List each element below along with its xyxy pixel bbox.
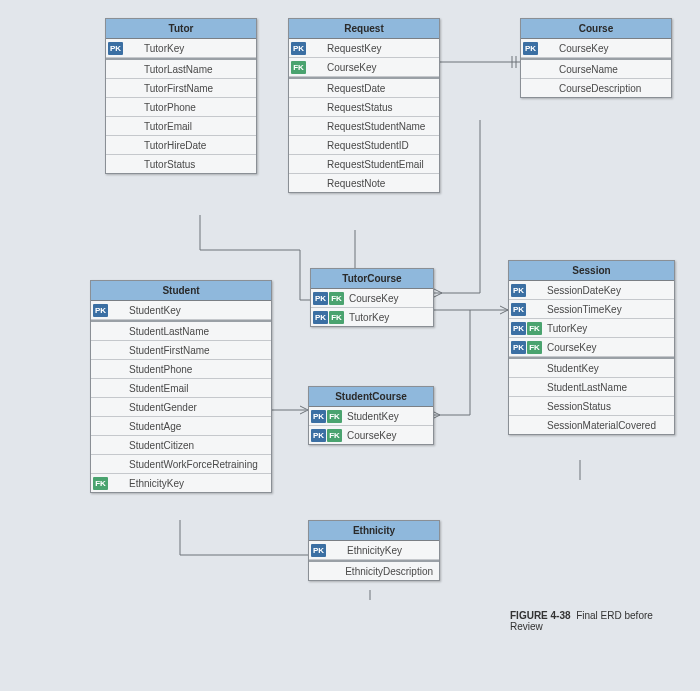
- field-row: StudentKey: [509, 359, 674, 378]
- entity-session: Session PKSessionDateKeyPKSessionTimeKey…: [508, 260, 675, 435]
- field-name: EthnicityKey: [345, 542, 408, 559]
- fk-badge: FK: [527, 341, 542, 354]
- field-name: StudentKey: [345, 408, 405, 425]
- field-name: CourseKey: [347, 290, 404, 307]
- field-row: PKFKCourseKey: [311, 289, 433, 308]
- field-row: PKFKStudentKey: [309, 407, 433, 426]
- field-name: StudentGender: [127, 399, 203, 416]
- field-row: SessionMaterialCovered: [509, 416, 674, 434]
- field-name: RequestStudentEmail: [325, 156, 430, 173]
- pk-badge: PK: [511, 322, 526, 335]
- field-row: PKFKTutorKey: [509, 319, 674, 338]
- pk-badge: PK: [313, 311, 328, 324]
- key-indicator: PK: [521, 42, 557, 55]
- field-row: TutorLastName: [106, 60, 256, 79]
- entity-body: PKFKCourseKeyPKFKTutorKey: [311, 289, 433, 326]
- field-name: RequestStatus: [325, 99, 399, 116]
- field-row: PKFKCourseKey: [509, 338, 674, 357]
- field-name: RequestNote: [325, 175, 391, 192]
- field-name: StudentAge: [127, 418, 187, 435]
- pk-badge: PK: [291, 42, 306, 55]
- field-row: StudentWorkForceRetraining: [91, 455, 271, 474]
- field-name: StudentLastName: [545, 379, 633, 396]
- field-name: CourseKey: [345, 427, 402, 444]
- field-row: FKEthnicityKey: [91, 474, 271, 492]
- erd-canvas: Tutor PKTutorKeyTutorLastNameTutorFirstN…: [0, 0, 700, 691]
- field-name: RequestStudentName: [325, 118, 431, 135]
- entity-title: Session: [509, 261, 674, 281]
- field-row: StudentEmail: [91, 379, 271, 398]
- field-name: StudentEmail: [127, 380, 194, 397]
- field-name: TutorFirstName: [142, 80, 219, 97]
- fk-badge: FK: [329, 292, 344, 305]
- entity-title: TutorCourse: [311, 269, 433, 289]
- pk-badge: PK: [93, 304, 108, 317]
- field-row: RequestStatus: [289, 98, 439, 117]
- field-name: SessionStatus: [545, 398, 617, 415]
- field-name: TutorKey: [347, 309, 395, 326]
- key-indicator: PKFK: [509, 322, 545, 335]
- field-name: TutorLastName: [142, 61, 219, 78]
- entity-body: PKSessionDateKeyPKSessionTimeKeyPKFKTuto…: [509, 281, 674, 434]
- field-name: TutorKey: [142, 40, 190, 57]
- field-name: StudentFirstName: [127, 342, 216, 359]
- pk-badge: PK: [511, 303, 526, 316]
- field-row: StudentFirstName: [91, 341, 271, 360]
- pk-badge: PK: [311, 410, 326, 423]
- entity-title: Course: [521, 19, 671, 39]
- field-row: PKFKCourseKey: [309, 426, 433, 444]
- field-row: TutorHireDate: [106, 136, 256, 155]
- key-indicator: PKFK: [309, 429, 345, 442]
- entity-ethnicity: Ethnicity PKEthnicityKeyEthnicityDescrip…: [308, 520, 440, 581]
- field-name: CourseDescription: [557, 80, 647, 97]
- field-name: RequestDate: [325, 80, 391, 97]
- field-name: TutorHireDate: [142, 137, 212, 154]
- pk-badge: PK: [511, 341, 526, 354]
- pk-badge: PK: [511, 284, 526, 297]
- key-indicator: PK: [509, 284, 545, 297]
- entity-tutor: Tutor PKTutorKeyTutorLastNameTutorFirstN…: [105, 18, 257, 174]
- field-row: CourseDescription: [521, 79, 671, 97]
- entity-studentcourse: StudentCourse PKFKStudentKeyPKFKCourseKe…: [308, 386, 434, 445]
- field-row: RequestNote: [289, 174, 439, 192]
- field-name: SessionTimeKey: [545, 301, 628, 318]
- fk-badge: FK: [327, 410, 342, 423]
- key-indicator: FK: [289, 61, 325, 74]
- pk-badge: PK: [311, 544, 326, 557]
- field-name: EthnicityKey: [127, 475, 190, 492]
- fk-badge: FK: [327, 429, 342, 442]
- field-row: TutorEmail: [106, 117, 256, 136]
- field-row: StudentLastName: [91, 322, 271, 341]
- entity-body: PKCourseKeyCourseNameCourseDescription: [521, 39, 671, 97]
- field-name: RequestKey: [325, 40, 387, 57]
- entity-body: PKStudentKeyStudentLastNameStudentFirstN…: [91, 301, 271, 492]
- field-name: StudentKey: [127, 302, 187, 319]
- field-name: EthnicityDescription: [343, 563, 439, 580]
- field-row: PKTutorKey: [106, 39, 256, 58]
- entity-body: PKEthnicityKeyEthnicityDescription: [309, 541, 439, 580]
- key-indicator: PK: [289, 42, 325, 55]
- entity-title: Ethnicity: [309, 521, 439, 541]
- key-indicator: PK: [91, 304, 127, 317]
- field-name: StudentCitizen: [127, 437, 200, 454]
- key-indicator: PK: [309, 544, 345, 557]
- field-row: FKCourseKey: [289, 58, 439, 77]
- field-name: StudentPhone: [127, 361, 198, 378]
- field-row: TutorStatus: [106, 155, 256, 173]
- key-indicator: PKFK: [311, 292, 347, 305]
- field-row: RequestStudentName: [289, 117, 439, 136]
- pk-badge: PK: [523, 42, 538, 55]
- field-name: StudentKey: [545, 360, 605, 377]
- field-row: RequestDate: [289, 79, 439, 98]
- field-name: StudentWorkForceRetraining: [127, 456, 264, 473]
- field-name: TutorStatus: [142, 156, 201, 173]
- field-row: StudentAge: [91, 417, 271, 436]
- field-name: RequestStudentID: [325, 137, 415, 154]
- field-name: TutorKey: [545, 320, 593, 337]
- fk-badge: FK: [329, 311, 344, 324]
- field-row: RequestStudentID: [289, 136, 439, 155]
- key-indicator: PK: [509, 303, 545, 316]
- figure-label: FIGURE 4-38: [510, 610, 571, 621]
- pk-badge: PK: [108, 42, 123, 55]
- field-name: TutorPhone: [142, 99, 202, 116]
